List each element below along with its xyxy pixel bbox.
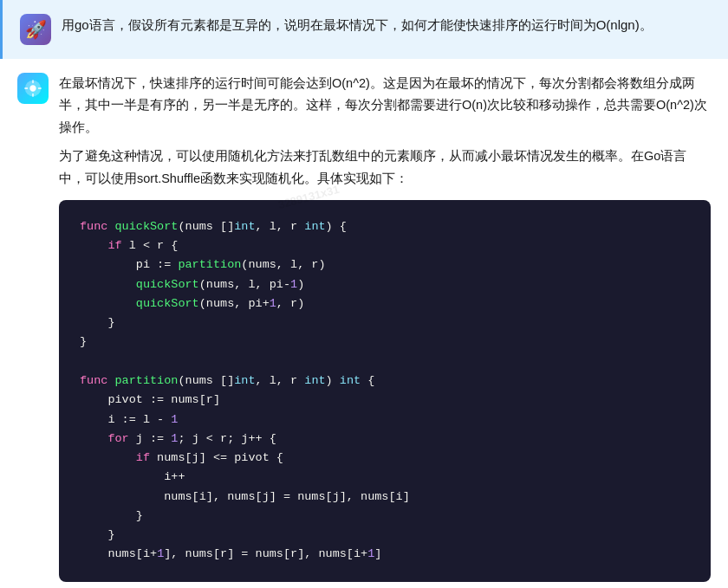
ai-avatar bbox=[17, 73, 49, 104]
code-line-3: pi := partition(nums, l, r) bbox=[80, 255, 690, 275]
code-line-4: quickSort(nums, l, pi-1) bbox=[80, 275, 690, 294]
user-avatar: 🚀 bbox=[20, 14, 51, 45]
code-line-2: if l < r { bbox=[80, 236, 690, 255]
code-line-14: i++ bbox=[80, 468, 690, 487]
code-line-5: quickSort(nums, pi+1, r) bbox=[80, 294, 690, 313]
code-line-17: } bbox=[80, 526, 690, 545]
code-line-1: func quickSort(nums []int, l, r int) { bbox=[80, 217, 690, 236]
user-message-content: 用go语言，假设所有元素都是互异的，说明在最坏情况下，如何才能使快速排序的运行时… bbox=[62, 14, 711, 36]
code-line-18: nums[i+1], nums[r] = nums[r], nums[i+1] bbox=[80, 545, 690, 564]
code-block: func quickSort(nums []int, l, r int) { i… bbox=[59, 200, 711, 582]
code-line-13: if nums[j] <= pivot { bbox=[80, 449, 690, 468]
message-list: 🚀 用go语言，假设所有元素都是互异的，说明在最坏情况下，如何才能使快速排序的运… bbox=[0, 0, 728, 588]
ai-message-text: 在最坏情况下，快速排序的运行时间可能会达到O(n^2)。这是因为在最坏的情况下，… bbox=[59, 73, 711, 190]
ai-message-content: 在最坏情况下，快速排序的运行时间可能会达到O(n^2)。这是因为在最坏的情况下，… bbox=[59, 73, 711, 582]
code-line-11: i := l - 1 bbox=[80, 410, 690, 430]
code-line-16: } bbox=[80, 507, 690, 526]
ai-icon bbox=[23, 79, 42, 98]
code-line-7: } bbox=[80, 333, 690, 352]
code-line-6: } bbox=[80, 313, 690, 333]
user-message-text: 用go语言，假设所有元素都是互异的，说明在最坏情况下，如何才能使快速排序的运行时… bbox=[62, 17, 653, 32]
chat-container: 🚀 用go语言，假设所有元素都是互异的，说明在最坏情况下，如何才能使快速排序的运… bbox=[0, 0, 728, 588]
ai-message-row: 在最坏情况下，快速排序的运行时间可能会达到O(n^2)。这是因为在最坏的情况下，… bbox=[0, 59, 728, 588]
code-line-15: nums[i], nums[j] = nums[j], nums[i] bbox=[80, 488, 690, 507]
code-line-8 bbox=[80, 352, 690, 372]
ai-paragraph-1: 在最坏情况下，快速排序的运行时间可能会达到O(n^2)。这是因为在最坏的情况下，… bbox=[59, 73, 711, 139]
code-line-10: pivot := nums[r] bbox=[80, 391, 690, 410]
ai-paragraph-2: 为了避免这种情况，可以使用随机化方法来打乱数组中的元素顺序，从而减小最坏情况发生… bbox=[59, 145, 711, 190]
code-line-12: for j := 1; j < r; j++ { bbox=[80, 430, 690, 449]
user-message-row: 🚀 用go语言，假设所有元素都是互异的，说明在最坏情况下，如何才能使快速排序的运… bbox=[0, 0, 728, 59]
code-line-9: func partition(nums []int, l, r int) int… bbox=[80, 372, 690, 391]
